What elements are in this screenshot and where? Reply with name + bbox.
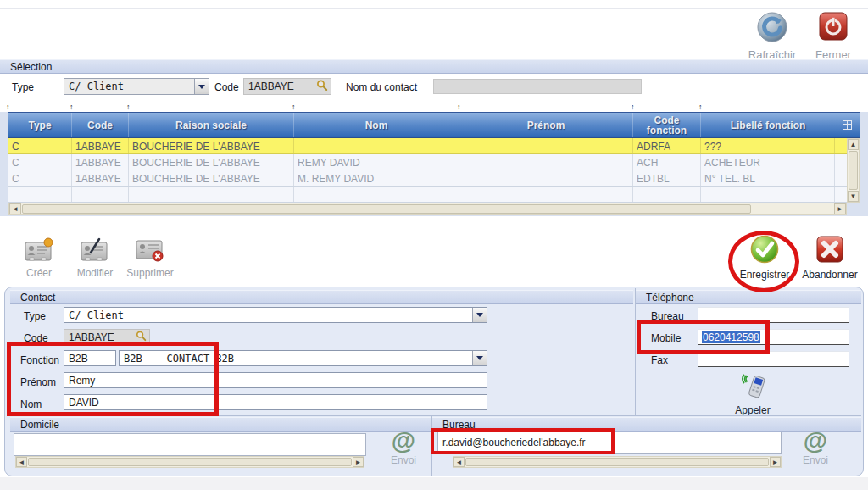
- scroll-down-button[interactable]: ▼: [848, 191, 859, 202]
- horizontal-scroll-thumb[interactable]: [465, 458, 769, 466]
- tel-mobile-input[interactable]: 0620412598: [698, 329, 849, 345]
- bureau-title: Bureau: [442, 419, 476, 431]
- delete-button[interactable]: Supprimer: [120, 237, 180, 279]
- table-horizontal-scrollbar[interactable]: ◄ ►: [8, 203, 847, 215]
- contact-name-label: Nom du contact: [346, 81, 417, 93]
- refresh-icon: [755, 34, 789, 47]
- scroll-right-button[interactable]: ►: [770, 457, 781, 467]
- selection-code-label: Code: [214, 81, 239, 93]
- table-row[interactable]: C 1ABBAYE BOUCHERIE DE L'ABBAYE REMY DAV…: [8, 154, 847, 170]
- table-row-empty[interactable]: [8, 187, 847, 203]
- cell-type: C: [8, 138, 72, 153]
- send-email-home-button[interactable]: @ Envoi: [381, 428, 426, 466]
- phone-call-icon: [737, 391, 769, 403]
- horizontal-scroll-thumb[interactable]: [28, 458, 352, 466]
- cell-nom: REMY DAVID: [294, 154, 459, 170]
- nom-input[interactable]: [64, 394, 487, 410]
- sort-icon[interactable]: ↕: [6, 103, 10, 112]
- table-vertical-scrollbar[interactable]: ▲ ▼: [847, 138, 860, 203]
- domicile-scrollbar[interactable]: ◄ ►: [15, 456, 364, 468]
- create-label: Créer: [14, 267, 64, 279]
- delete-label: Supprimer: [120, 267, 180, 279]
- cell-code: 1ABBAYE: [72, 138, 129, 153]
- scroll-left-button[interactable]: ◄: [16, 457, 27, 467]
- column-header-prenom[interactable]: Prénom: [459, 113, 633, 137]
- bureau-email-input[interactable]: [437, 432, 782, 454]
- cell-code: 1ABBAYE: [72, 170, 129, 186]
- sort-icon[interactable]: ↕: [70, 103, 74, 112]
- selection-type-dropdown[interactable]: C/ Client: [64, 78, 209, 95]
- contact-type-dropdown[interactable]: C/ Client: [64, 307, 487, 323]
- tel-fax-input[interactable]: [698, 351, 849, 367]
- close-button[interactable]: Fermer: [805, 10, 861, 61]
- column-header-code[interactable]: Code: [72, 113, 129, 137]
- prenom-input[interactable]: [64, 372, 487, 388]
- table-row[interactable]: C 1ABBAYE BOUCHERIE DE L'ABBAYE ADRFA ??…: [8, 138, 847, 154]
- sort-icon[interactable]: ↕: [126, 103, 131, 112]
- fonction-value: B2B CONTACT B2B: [120, 353, 472, 365]
- panel-horizontal-divider: [8, 415, 861, 416]
- column-header-raison[interactable]: Raison sociale: [129, 113, 294, 137]
- sort-icon[interactable]: ↕: [457, 103, 461, 112]
- contact-name-input[interactable]: [433, 79, 642, 94]
- sort-icon[interactable]: ↕: [698, 103, 703, 112]
- scroll-left-button[interactable]: ◄: [9, 203, 21, 214]
- fonction-dropdown[interactable]: B2B CONTACT B2B: [119, 350, 487, 366]
- table-sort-row: ↕ ↕ ↕ ↕ ↕ ↕ ↕: [8, 103, 860, 112]
- chevron-down-icon[interactable]: [472, 351, 487, 365]
- chevron-down-icon[interactable]: [472, 308, 487, 322]
- search-icon[interactable]: [136, 331, 147, 344]
- fonction-code-input[interactable]: [64, 350, 116, 366]
- window-top-divider: [0, 8, 868, 9]
- cell-prenom: [459, 170, 633, 186]
- domicile-title: Domicile: [20, 419, 59, 431]
- edit-contact-icon: [79, 253, 111, 265]
- send-email-office-button[interactable]: @ Envoi: [793, 428, 837, 466]
- table-row[interactable]: C 1ABBAYE BOUCHERIE DE L'ABBAYE M. REMY …: [8, 170, 847, 187]
- cell-libelle: ???: [701, 138, 835, 153]
- chevron-down-icon[interactable]: [194, 79, 209, 94]
- cell-prenom: [459, 154, 633, 170]
- sort-icon[interactable]: ↕: [631, 103, 635, 112]
- selection-code-field[interactable]: 1ABBAYE: [243, 78, 331, 95]
- scroll-up-button[interactable]: ▲: [848, 139, 859, 150]
- horizontal-scroll-thumb[interactable]: [22, 204, 751, 214]
- prenom-label: Prénom: [20, 376, 56, 388]
- tel-bureau-input[interactable]: [698, 307, 849, 323]
- call-button[interactable]: Appeler: [722, 373, 783, 416]
- domicile-address-input[interactable]: [14, 433, 366, 456]
- contact-title: Contact: [20, 292, 55, 303]
- contact-management-window: Rafraîchir Fermer Sélection Type C/ Clie…: [0, 0, 868, 490]
- cancel-button[interactable]: Abandonner: [797, 234, 863, 281]
- save-label: Enregistrer: [732, 269, 797, 281]
- power-close-icon: [817, 34, 849, 47]
- cell-code: 1ABBAYE: [72, 154, 129, 170]
- contact-type-value: C/ Client: [64, 309, 472, 321]
- save-button[interactable]: Enregistrer: [732, 234, 797, 281]
- send-label: Envoi: [381, 454, 426, 466]
- send-label: Envoi: [793, 454, 837, 466]
- column-header-code-fonction[interactable]: Code fonction: [633, 113, 701, 137]
- scroll-right-button[interactable]: ►: [353, 457, 364, 467]
- cell-type: C: [8, 170, 72, 186]
- selection-type-value: C/ Client: [64, 81, 194, 92]
- sort-icon[interactable]: ↕: [292, 103, 296, 112]
- tel-bureau-label: Bureau: [651, 310, 684, 322]
- table-options-button[interactable]: [835, 113, 860, 137]
- column-header-libelle-fonction[interactable]: Libellé fonction: [701, 113, 835, 137]
- modify-button[interactable]: Modifier: [70, 237, 120, 279]
- selection-section-header: Sélection: [0, 59, 868, 74]
- scroll-right-button[interactable]: ►: [834, 203, 846, 214]
- column-header-nom[interactable]: Nom: [294, 113, 459, 137]
- column-header-type[interactable]: Type: [8, 113, 72, 137]
- scroll-left-button[interactable]: ◄: [453, 457, 465, 467]
- create-button[interactable]: Créer: [14, 237, 64, 279]
- contact-code-field[interactable]: 1ABBAYE: [64, 329, 150, 345]
- bureau-scrollbar[interactable]: ◄ ►: [453, 456, 782, 468]
- refresh-button[interactable]: Rafraîchir: [741, 10, 804, 61]
- vertical-scroll-thumb[interactable]: [849, 151, 858, 190]
- tel-mobile-value: 0620412598: [702, 331, 760, 343]
- cell-libelle: ACHETEUR: [701, 154, 835, 170]
- search-icon[interactable]: [316, 80, 328, 94]
- cell-raison: BOUCHERIE DE L'ABBAYE: [129, 154, 294, 170]
